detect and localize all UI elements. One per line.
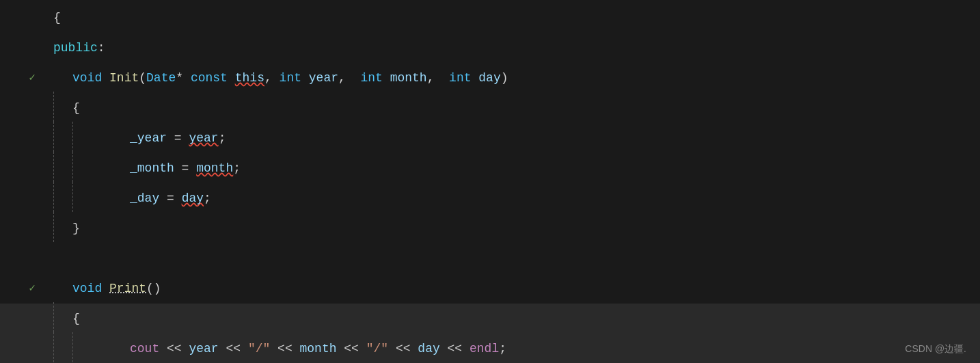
indent-guide: [53, 302, 72, 332]
token: _year: [130, 123, 167, 153]
token: year: [309, 63, 338, 93]
token: ;: [499, 334, 506, 363]
token: int: [360, 63, 382, 93]
token: Init: [109, 63, 139, 93]
line-code-3: void Init ( Date * const this , int year…: [53, 63, 980, 93]
line-code-12: cout << year << "/" << month << "/" << d…: [92, 334, 980, 363]
token: =: [159, 183, 181, 213]
code-line-5: _year = year ;: [0, 123, 980, 153]
token: "/": [248, 334, 270, 363]
token: month: [196, 153, 233, 183]
token: void: [72, 63, 102, 93]
code-line-6: _month = month ;: [0, 153, 980, 183]
token: [434, 63, 449, 93]
token: <<: [440, 334, 469, 363]
token: month: [300, 334, 337, 363]
token: [272, 63, 280, 93]
token: <<: [219, 334, 248, 363]
indent-guide: [53, 122, 72, 152]
token: <<: [337, 334, 366, 363]
token: cout: [130, 334, 159, 363]
code-content: { public: ✓ void Init ( Date * const: [0, 0, 980, 363]
indent-guide: [72, 152, 92, 182]
line-code-8: }: [72, 213, 980, 243]
token: year: [189, 123, 218, 153]
token: =: [167, 123, 189, 153]
line-code-7: _day = day ;: [92, 183, 980, 213]
token: ): [501, 63, 508, 93]
token: <<: [388, 334, 418, 363]
token: [346, 63, 361, 93]
line-code-2: public:: [53, 33, 980, 63]
token: }: [72, 213, 80, 243]
token: [102, 63, 109, 93]
code-line-3: ✓ void Init ( Date * const this , int ye…: [0, 63, 980, 93]
token: <<: [270, 334, 299, 363]
line-gutter-3: ✓: [7, 63, 41, 93]
token: [183, 63, 191, 93]
token: ,: [427, 63, 435, 93]
code-line-7: _day = day ;: [0, 183, 980, 213]
token: [301, 63, 309, 93]
indent-guide: [53, 212, 72, 242]
token: [102, 273, 109, 304]
token: "/": [366, 334, 388, 363]
token: endl: [469, 334, 499, 363]
code-editor: { public: ✓ void Init ( Date * const: [0, 0, 980, 363]
line-code-6: _month = month ;: [92, 153, 980, 183]
token: [383, 63, 390, 93]
token: void: [72, 273, 102, 304]
token: {: [72, 304, 80, 334]
token: public: [53, 33, 98, 63]
line-gutter-10: ✓: [7, 273, 41, 304]
token: (): [146, 273, 161, 304]
indent-guide: [53, 92, 72, 122]
token: Date: [146, 63, 176, 93]
token: ,: [338, 63, 346, 93]
line-code-4: {: [72, 93, 980, 123]
code-line-9: [0, 243, 980, 273]
code-line-1: {: [0, 3, 980, 33]
line-code-11: {: [72, 304, 980, 334]
line-code-1: {: [53, 3, 980, 33]
token: month: [390, 63, 427, 93]
code-line-12: cout << year << "/" << month << "/" << d…: [0, 334, 980, 363]
token: =: [174, 153, 196, 183]
line-code-10: void Print (): [53, 273, 980, 304]
token: year: [189, 334, 218, 363]
indent-guide: [53, 182, 72, 212]
line-code-5: _year = year ;: [92, 123, 980, 153]
code-line-2: public:: [0, 33, 980, 63]
token: ;: [204, 183, 211, 213]
token: ,: [264, 63, 272, 93]
token: {: [53, 3, 61, 33]
code-line-11: {: [0, 304, 980, 334]
code-line-10: ✓ void Print (): [0, 273, 980, 304]
token: <<: [159, 334, 189, 363]
token: day: [478, 63, 500, 93]
code-line-8: }: [0, 213, 980, 243]
token: int: [280, 63, 301, 93]
indent-guide: [72, 182, 92, 212]
indent-guide: [53, 332, 72, 362]
token: [228, 63, 235, 93]
token: {: [72, 93, 80, 123]
token: int: [449, 63, 471, 93]
token: ;: [233, 153, 241, 183]
token: (: [139, 63, 146, 93]
token: _month: [130, 153, 174, 183]
token: day: [182, 183, 204, 213]
indent-guide: [53, 152, 72, 182]
token: :: [98, 33, 105, 63]
token: day: [418, 334, 439, 363]
token: const: [191, 63, 228, 93]
token: this: [235, 63, 264, 93]
token: ;: [219, 123, 226, 153]
code-line-4: {: [0, 93, 980, 123]
indent-guide: [72, 122, 92, 152]
token: _day: [130, 183, 159, 213]
token: Print: [109, 273, 146, 304]
csdn-watermark: CSDN @边疆.: [905, 334, 966, 363]
token: [472, 63, 479, 93]
indent-guide: [72, 332, 92, 362]
